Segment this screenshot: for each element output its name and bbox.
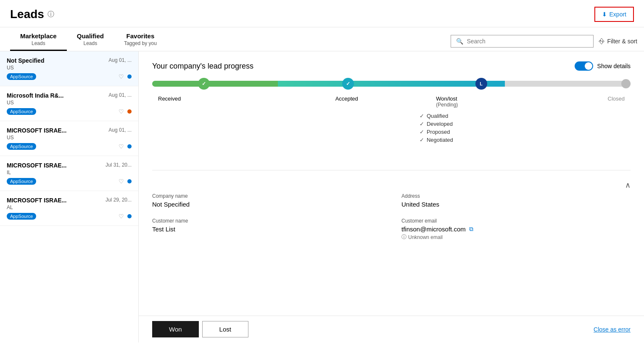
won-button[interactable]: Won: [152, 321, 199, 337]
company-name-value: Not Specified: [152, 201, 381, 208]
search-box[interactable]: 🔍: [451, 35, 594, 48]
toggle-knob: [585, 62, 592, 70]
favorite-icon[interactable]: ♡: [119, 143, 124, 150]
right-panel: Your company's lead progress Show detail…: [139, 51, 644, 316]
filter-sort-button[interactable]: ⛗ Filter & sort: [599, 38, 637, 45]
favorite-icon[interactable]: ♡: [119, 213, 124, 220]
checklist-label: Qualified: [427, 113, 448, 119]
tab-qualified-sublabel: Leads: [83, 40, 97, 46]
address-label: Address: [401, 193, 631, 199]
appsource-badge: AppSource: [7, 178, 36, 185]
lead-country: US: [7, 65, 132, 71]
details-row-2: Customer name Test List Customer email t…: [152, 218, 631, 241]
info-icon[interactable]: ⓘ: [48, 10, 54, 19]
list-item[interactable]: MICROSOFT ISRAE... Aug 01, ... US AppSou…: [0, 121, 138, 156]
lead-date: Aug 01, ...: [108, 127, 132, 133]
list-item[interactable]: Microsoft India R&... Aug 01, ... US App…: [0, 86, 138, 121]
tab-marketplace-label: Marketplace: [20, 32, 57, 40]
unknown-email-icon: ⓘ: [401, 234, 406, 241]
action-buttons: Won Lost: [152, 321, 248, 337]
export-icon: ⬇: [602, 11, 607, 18]
close-error-button[interactable]: Close as error: [594, 326, 631, 333]
bar-segment-accepted: [278, 81, 504, 87]
checklist-label: Proposed: [427, 129, 450, 135]
show-details-label: Show details: [597, 63, 631, 69]
progress-section: Your company's lead progress Show detail…: [152, 61, 631, 170]
status-dot: [127, 144, 132, 149]
checklist-item: ✓ Qualified: [420, 113, 631, 119]
status-dot: [127, 109, 132, 114]
lead-actions: ♡: [119, 108, 132, 115]
checklist-label: Developed: [427, 121, 453, 127]
customer-name-label: Customer name: [152, 218, 381, 224]
main-layout: Not Specified Aug 01, ... US AppSource ♡…: [0, 51, 644, 342]
list-item[interactable]: Not Specified Aug 01, ... US AppSource ♡: [0, 51, 138, 86]
lead-footer: AppSource ♡: [7, 73, 132, 80]
export-label: Export: [610, 11, 626, 18]
progress-header: Your company's lead progress Show detail…: [152, 61, 631, 71]
search-icon: 🔍: [456, 38, 463, 45]
export-button[interactable]: ⬇ Export: [594, 7, 634, 22]
bar-labels: Received Accepted Won/lost (Pending) Clo…: [152, 96, 631, 108]
tab-favorites[interactable]: Favorites Tagged by you: [114, 27, 167, 51]
progress-title: Your company's lead progress: [152, 62, 253, 71]
list-item[interactable]: MICROSOFT ISRAE... Jul 29, 20... AL AppS…: [0, 191, 138, 226]
show-details-area: Show details: [575, 61, 631, 71]
unknown-email-label: Unknown email: [408, 234, 443, 240]
appsource-badge: AppSource: [7, 73, 36, 80]
customer-email-label: Customer email: [401, 218, 631, 224]
status-dot: [127, 214, 132, 218]
check-icon: ✓: [420, 121, 424, 127]
tab-bar: Marketplace Leads Qualified Leads Favori…: [0, 27, 644, 51]
filter-icon: ⛗: [599, 38, 604, 45]
show-details-toggle[interactable]: [575, 61, 593, 71]
list-item[interactable]: MICROSOFT ISRAE... Jul 31, 20... IL AppS…: [0, 156, 138, 191]
favorite-icon[interactable]: ♡: [119, 108, 124, 115]
lead-country: IL: [7, 170, 132, 175]
progress-bar: ✓ ✓ L Received: [152, 81, 631, 143]
tab-favorites-sublabel: Tagged by you: [124, 40, 157, 46]
company-name-field: Company name Not Specified: [152, 193, 381, 208]
address-value: United States: [401, 201, 631, 208]
tab-qualified[interactable]: Qualified Leads: [67, 27, 114, 51]
collapse-button[interactable]: [625, 180, 631, 190]
page-title: Leads: [10, 8, 44, 21]
appsource-badge: AppSource: [7, 213, 36, 220]
check-icon: ✓: [420, 129, 424, 135]
checklist-item: ✓ Developed: [420, 121, 631, 127]
status-dot: [127, 74, 132, 79]
lead-name: Not Specified: [7, 57, 44, 64]
check-icon: ✓: [420, 137, 424, 143]
bar-segment-received: [152, 81, 278, 87]
chevron-up-icon: [625, 182, 631, 189]
page-header: Leads ⓘ ⬇ Export: [0, 0, 644, 27]
lost-button[interactable]: Lost: [202, 321, 248, 337]
lead-name: MICROSOFT ISRAE...: [7, 197, 66, 204]
action-bar: Won Lost Close as error: [139, 316, 644, 342]
checklist: ✓ Qualified ✓ Developed ✓ Proposed ✓: [420, 113, 631, 143]
tab-marketplace[interactable]: Marketplace Leads: [10, 27, 67, 51]
lead-name: Microsoft India R&...: [7, 92, 63, 99]
email-row: tfinson@microsoft.com ⧉: [401, 226, 631, 233]
lead-actions: ♡: [119, 213, 132, 220]
lead-footer: AppSource ♡: [7, 178, 132, 185]
lead-footer: AppSource ♡: [7, 108, 132, 115]
lead-country: AL: [7, 204, 132, 210]
lead-date: Jul 31, 20...: [106, 162, 132, 168]
appsource-badge: AppSource: [7, 108, 36, 115]
lead-actions: ♡: [119, 73, 132, 80]
favorite-icon[interactable]: ♡: [119, 178, 124, 185]
label-received: Received: [152, 96, 257, 108]
copy-icon[interactable]: ⧉: [469, 226, 473, 233]
favorite-icon[interactable]: ♡: [119, 73, 124, 80]
details-row-1: Company name Not Specified Address Unite…: [152, 193, 631, 208]
lead-actions: ♡: [119, 143, 132, 150]
lead-date: Jul 29, 20...: [106, 197, 132, 203]
filter-sort-label: Filter & sort: [607, 38, 637, 45]
check-icon: ✓: [420, 113, 424, 119]
label-closed: Closed: [525, 96, 631, 108]
lead-name: MICROSOFT ISRAE...: [7, 162, 66, 169]
search-input[interactable]: [467, 38, 588, 45]
title-area: Leads ⓘ: [10, 8, 54, 21]
lead-name: MICROSOFT ISRAE...: [7, 127, 66, 134]
